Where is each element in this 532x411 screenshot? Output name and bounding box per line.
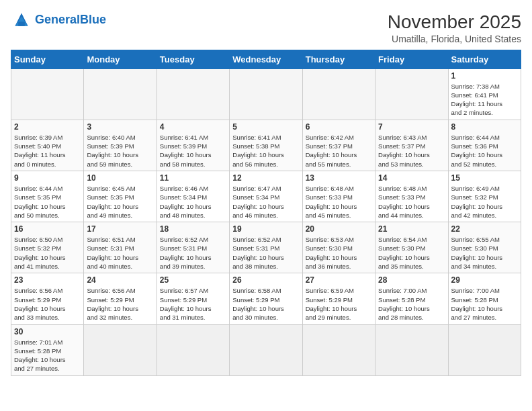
weekday-header-row: SundayMondayTuesdayWednesdayThursdayFrid… (11, 50, 521, 68)
logo-text: GeneralBlue (35, 13, 106, 27)
day-info: Sunrise: 6:51 AM Sunset: 5:31 PM Dayligh… (87, 235, 153, 271)
day-number: 14 (378, 173, 445, 183)
day-info: Sunrise: 6:56 AM Sunset: 5:29 PM Dayligh… (14, 286, 81, 322)
calendar-day-cell (84, 68, 157, 120)
calendar-day-cell: 7Sunrise: 6:43 AM Sunset: 5:37 PM Daylig… (375, 120, 448, 171)
day-number: 19 (232, 224, 299, 234)
day-info: Sunrise: 6:41 AM Sunset: 5:39 PM Dayligh… (160, 133, 226, 169)
day-info: Sunrise: 6:52 AM Sunset: 5:31 PM Dayligh… (160, 235, 226, 271)
calendar-day-cell: 29Sunrise: 7:00 AM Sunset: 5:28 PM Dayli… (448, 273, 521, 324)
calendar-table: SundayMondayTuesdayWednesdayThursdayFrid… (11, 50, 521, 376)
calendar-day-cell: 18Sunrise: 6:52 AM Sunset: 5:31 PM Dayli… (157, 222, 229, 273)
day-number: 28 (378, 275, 445, 285)
calendar-day-cell (157, 324, 229, 375)
day-info: Sunrise: 6:48 AM Sunset: 5:33 PM Dayligh… (306, 184, 372, 220)
day-number: 6 (306, 122, 372, 132)
weekday-header-wednesday: Wednesday (230, 50, 302, 68)
calendar-day-cell: 12Sunrise: 6:47 AM Sunset: 5:34 PM Dayli… (230, 171, 302, 222)
day-number: 21 (378, 224, 445, 234)
weekday-header-tuesday: Tuesday (157, 50, 229, 68)
calendar-day-cell (375, 68, 448, 120)
day-info: Sunrise: 6:50 AM Sunset: 5:32 PM Dayligh… (14, 235, 81, 271)
calendar-day-cell: 3Sunrise: 6:40 AM Sunset: 5:39 PM Daylig… (84, 120, 157, 171)
day-number: 18 (160, 224, 226, 234)
day-number: 11 (160, 173, 226, 183)
weekday-header-monday: Monday (84, 50, 157, 68)
location-subtitle: Umatilla, Florida, United States (388, 34, 521, 44)
calendar-day-cell: 24Sunrise: 6:56 AM Sunset: 5:29 PM Dayli… (84, 273, 157, 324)
day-info: Sunrise: 6:58 AM Sunset: 5:29 PM Dayligh… (232, 286, 299, 322)
weekday-header-friday: Friday (375, 50, 448, 68)
calendar-week-row: 16Sunrise: 6:50 AM Sunset: 5:32 PM Dayli… (11, 222, 521, 273)
calendar-day-cell: 9Sunrise: 6:44 AM Sunset: 5:35 PM Daylig… (11, 171, 84, 222)
day-number: 5 (232, 122, 299, 132)
calendar-day-cell (302, 324, 375, 375)
day-info: Sunrise: 7:38 AM Sunset: 6:41 PM Dayligh… (451, 82, 518, 118)
day-info: Sunrise: 6:52 AM Sunset: 5:31 PM Dayligh… (232, 235, 299, 271)
day-number: 22 (451, 224, 518, 234)
weekday-header-sunday: Sunday (11, 50, 84, 68)
calendar-day-cell: 2Sunrise: 6:39 AM Sunset: 5:40 PM Daylig… (11, 120, 84, 171)
calendar-day-cell (157, 68, 229, 120)
calendar-day-cell: 15Sunrise: 6:49 AM Sunset: 5:32 PM Dayli… (448, 171, 521, 222)
calendar-day-cell: 5Sunrise: 6:41 AM Sunset: 5:38 PM Daylig… (230, 120, 302, 171)
day-info: Sunrise: 6:54 AM Sunset: 5:30 PM Dayligh… (378, 235, 445, 271)
calendar-day-cell: 1Sunrise: 7:38 AM Sunset: 6:41 PM Daylig… (448, 68, 521, 120)
calendar-day-cell: 25Sunrise: 6:57 AM Sunset: 5:29 PM Dayli… (157, 273, 229, 324)
day-info: Sunrise: 6:41 AM Sunset: 5:38 PM Dayligh… (232, 133, 299, 169)
calendar-day-cell (11, 68, 84, 120)
calendar-day-cell: 23Sunrise: 6:56 AM Sunset: 5:29 PM Dayli… (11, 273, 84, 324)
logo: GeneralBlue (11, 11, 106, 30)
day-number: 16 (14, 224, 81, 234)
calendar-week-row: 30Sunrise: 7:01 AM Sunset: 5:28 PM Dayli… (11, 324, 521, 375)
day-info: Sunrise: 6:47 AM Sunset: 5:34 PM Dayligh… (232, 184, 299, 220)
day-number: 20 (306, 224, 372, 234)
calendar-day-cell: 20Sunrise: 6:53 AM Sunset: 5:30 PM Dayli… (302, 222, 375, 273)
page-header: GeneralBlue November 2025 Umatilla, Flor… (11, 11, 521, 44)
calendar-day-cell: 17Sunrise: 6:51 AM Sunset: 5:31 PM Dayli… (84, 222, 157, 273)
calendar-day-cell: 14Sunrise: 6:48 AM Sunset: 5:33 PM Dayli… (375, 171, 448, 222)
calendar-day-cell: 16Sunrise: 6:50 AM Sunset: 5:32 PM Dayli… (11, 222, 84, 273)
day-info: Sunrise: 6:59 AM Sunset: 5:29 PM Dayligh… (306, 286, 372, 322)
calendar-day-cell: 27Sunrise: 6:59 AM Sunset: 5:29 PM Dayli… (302, 273, 375, 324)
calendar-day-cell: 28Sunrise: 7:00 AM Sunset: 5:28 PM Dayli… (375, 273, 448, 324)
weekday-header-saturday: Saturday (448, 50, 521, 68)
calendar-day-cell (448, 324, 521, 375)
day-number: 8 (451, 122, 518, 132)
calendar-day-cell: 22Sunrise: 6:55 AM Sunset: 5:30 PM Dayli… (448, 222, 521, 273)
calendar-day-cell (230, 324, 302, 375)
day-number: 2 (14, 122, 81, 132)
calendar-day-cell (375, 324, 448, 375)
day-number: 29 (451, 275, 518, 285)
day-info: Sunrise: 6:49 AM Sunset: 5:32 PM Dayligh… (451, 184, 518, 220)
calendar-day-cell: 4Sunrise: 6:41 AM Sunset: 5:39 PM Daylig… (157, 120, 229, 171)
day-info: Sunrise: 6:42 AM Sunset: 5:37 PM Dayligh… (306, 133, 372, 169)
title-block: November 2025 Umatilla, Florida, United … (388, 11, 521, 44)
day-info: Sunrise: 6:48 AM Sunset: 5:33 PM Dayligh… (378, 184, 445, 220)
calendar-week-row: 2Sunrise: 6:39 AM Sunset: 5:40 PM Daylig… (11, 120, 521, 171)
day-info: Sunrise: 6:40 AM Sunset: 5:39 PM Dayligh… (87, 133, 153, 169)
calendar-day-cell (302, 68, 375, 120)
day-info: Sunrise: 6:39 AM Sunset: 5:40 PM Dayligh… (14, 133, 81, 169)
calendar-day-cell: 26Sunrise: 6:58 AM Sunset: 5:29 PM Dayli… (230, 273, 302, 324)
calendar-week-row: 23Sunrise: 6:56 AM Sunset: 5:29 PM Dayli… (11, 273, 521, 324)
day-number: 1 (451, 71, 518, 81)
day-number: 12 (232, 173, 299, 183)
day-info: Sunrise: 6:43 AM Sunset: 5:37 PM Dayligh… (378, 133, 445, 169)
calendar-day-cell: 21Sunrise: 6:54 AM Sunset: 5:30 PM Dayli… (375, 222, 448, 273)
day-info: Sunrise: 6:55 AM Sunset: 5:30 PM Dayligh… (451, 235, 518, 271)
day-info: Sunrise: 6:45 AM Sunset: 5:35 PM Dayligh… (87, 184, 153, 220)
calendar-week-row: 9Sunrise: 6:44 AM Sunset: 5:35 PM Daylig… (11, 171, 521, 222)
day-number: 13 (306, 173, 372, 183)
calendar-day-cell: 8Sunrise: 6:44 AM Sunset: 5:36 PM Daylig… (448, 120, 521, 171)
day-info: Sunrise: 6:46 AM Sunset: 5:34 PM Dayligh… (160, 184, 226, 220)
day-info: Sunrise: 6:53 AM Sunset: 5:30 PM Dayligh… (306, 235, 372, 271)
day-number: 17 (87, 224, 153, 234)
day-number: 9 (14, 173, 81, 183)
day-info: Sunrise: 6:44 AM Sunset: 5:35 PM Dayligh… (14, 184, 81, 220)
logo-icon (11, 11, 32, 30)
day-number: 3 (87, 122, 153, 132)
day-number: 15 (451, 173, 518, 183)
day-info: Sunrise: 7:00 AM Sunset: 5:28 PM Dayligh… (451, 286, 518, 322)
month-year-title: November 2025 (388, 11, 521, 34)
